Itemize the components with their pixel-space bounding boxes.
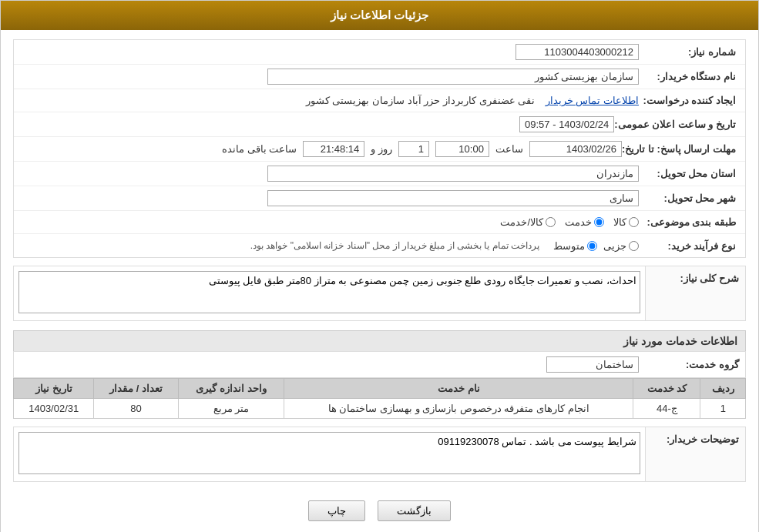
province-value-cell: مازندران (20, 166, 639, 182)
province-label: استان محل تحویل: (639, 168, 739, 179)
city-value: ساری (267, 190, 639, 206)
buyer-desc-label: توضیحات خریدار: (645, 427, 745, 481)
purchase-type-fields: جزیی متوسط پرداخت تمام یا بخشی از مبلغ خ… (20, 240, 639, 252)
category-label-kala-khedmat: کالا/خدمت (500, 216, 543, 228)
response-deadline-fields: 1403/02/26 ساعت 10:00 1 روز و 21:48:14 س… (20, 141, 622, 157)
need-number-label: شماره نیاز: (639, 46, 739, 58)
button-bar: بازگشت چاپ (13, 490, 746, 532)
cell-service-code: ج-44 (633, 399, 700, 419)
cell-unit: متر مربع (178, 399, 284, 419)
org-name-value-cell: سازمان بهزیستی کشور (20, 69, 639, 85)
creator-row: ایجاد کننده درخواست: اطلاعات تماس خریدار… (14, 89, 745, 112)
buyer-desc-textarea[interactable]: شرایط پیوست می باشد . تماس 09119230078 (18, 432, 640, 474)
category-option-khedmat: خدمت (565, 216, 604, 228)
response-days: 1 (398, 141, 429, 157)
response-remaining-label: ساعت باقی مانده (222, 143, 297, 155)
org-name-row: نام دستگاه خریدار: سازمان بهزیستی کشور (14, 65, 745, 89)
back-button[interactable]: بازگشت (378, 500, 451, 521)
category-row: طبقه بندی موضوعی: کالا خدمت (14, 211, 745, 234)
category-label: طبقه بندی موضوعی: (639, 216, 739, 228)
category-radio-khedmat[interactable] (594, 217, 604, 227)
services-table: ردیف کد خدمت نام خدمت واحد اندازه گیری ت… (13, 378, 746, 419)
response-date: 1403/02/26 (529, 141, 622, 157)
col-date: تاریخ نیاز (14, 379, 94, 399)
response-time: 10:00 (435, 141, 489, 157)
response-time-label: ساعت (495, 143, 523, 155)
category-label-khedmat: خدمت (565, 216, 592, 228)
response-remaining: 21:48:14 (303, 141, 364, 157)
need-description-content: احداث، نصب و تعمیرات جایگاه رودی طلع جنو… (14, 266, 645, 320)
category-option-kala-khedmat: کالا/خدمت (500, 216, 556, 228)
cell-quantity: 80 (94, 399, 178, 419)
announcement-value: 1403/02/24 - 09:57 (519, 116, 614, 132)
services-section-title: اطلاعات خدمات مورد نیاز (13, 330, 746, 351)
creator-value: نقی عضنفری کاربرداز حزر آباد سازمان بهزی… (306, 95, 535, 106)
org-name-value: سازمان بهزیستی کشور (267, 69, 639, 85)
city-label: شهر محل تحویل: (639, 192, 739, 204)
creator-link[interactable]: اطلاعات تماس خریدار (546, 95, 639, 106)
org-name-label: نام دستگاه خریدار: (639, 71, 739, 82)
print-button[interactable]: چاپ (308, 500, 365, 521)
purchase-type-value-cell: جزیی متوسط پرداخت تمام یا بخشی از مبلغ خ… (20, 240, 639, 252)
need-description-label: شرح کلی نیاز: (645, 266, 745, 320)
col-unit: واحد اندازه گیری (178, 379, 284, 399)
need-number-value: 1103004403000212 (516, 44, 639, 60)
creator-value-cell: اطلاعات تماس خریدار نقی عضنفری کاربرداز … (20, 95, 639, 106)
cell-service-name: انجام کارهای متفرقه درخصوص بازسازی و بهس… (284, 399, 633, 419)
page-wrapper: جزئیات اطلاعات نیاز شماره نیاز: 11030044… (0, 0, 759, 532)
need-description-section: شرح کلی نیاز: احداث، نصب و تعمیرات جایگا… (13, 266, 746, 321)
category-label-kala: کالا (613, 216, 626, 228)
service-group-label: گروه خدمت: (645, 354, 745, 375)
city-row: شهر محل تحویل: ساری (14, 186, 745, 211)
response-deadline-row: مهلت ارسال پاسخ: تا تاریخ: 1403/02/26 سا… (14, 137, 745, 162)
main-info-section: شماره نیاز: 1103004403000212 نام دستگاه … (13, 39, 746, 258)
purchase-label-jozei: جزیی (603, 240, 626, 252)
announcement-label: تاریخ و ساعت اعلان عمومی: (614, 119, 739, 130)
province-value: مازندران (267, 166, 639, 182)
need-number-row: شماره نیاز: 1103004403000212 (14, 40, 745, 65)
purchase-option-motavasset: متوسط (553, 240, 597, 252)
table-header-row: ردیف کد خدمت نام خدمت واحد اندازه گیری ت… (14, 379, 746, 399)
purchase-option-jozei: جزیی (603, 240, 639, 252)
purchase-label-motavasset: متوسط (553, 240, 585, 252)
response-days-label: روز و (371, 143, 392, 155)
service-group-row: گروه خدمت: ساختمان (13, 351, 746, 378)
city-value-cell: ساری (20, 190, 639, 206)
response-deadline-label: مهلت ارسال پاسخ: تا تاریخ: (622, 143, 739, 155)
category-radio-group: کالا خدمت کالا/خدمت (20, 216, 639, 228)
buyer-desc-content: شرایط پیوست می باشد . تماس 09119230078 (14, 427, 645, 481)
page-title: جزئیات اطلاعات نیاز (331, 8, 428, 22)
creator-label: ایجاد کننده درخواست: (639, 95, 739, 106)
need-number-value-cell: 1103004403000212 (20, 44, 639, 60)
col-service-name: نام خدمت (284, 379, 633, 399)
page-header: جزئیات اطلاعات نیاز (1, 1, 758, 30)
cell-date: 1403/02/31 (14, 399, 94, 419)
category-option-kala: کالا (613, 216, 639, 228)
response-deadline-value-cell: 1403/02/26 ساعت 10:00 1 روز و 21:48:14 س… (20, 141, 622, 157)
cell-row-num: 1 (700, 399, 746, 419)
province-row: استان محل تحویل: مازندران (14, 162, 745, 186)
table-row: 1 ج-44 انجام کارهای متفرقه درخصوص بازساز… (14, 399, 746, 419)
service-group-input: ساختمان (546, 356, 639, 373)
announcement-row: تاریخ و ساعت اعلان عمومی: 1403/02/24 - 0… (14, 112, 745, 137)
content-area: شماره نیاز: 1103004403000212 نام دستگاه … (1, 30, 758, 532)
category-radio-kala-khedmat[interactable] (546, 217, 556, 227)
col-row-num: ردیف (700, 379, 746, 399)
purchase-type-row: نوع فرآیند خرید: جزیی متوسط پرداخت تمام … (14, 234, 745, 257)
category-radio-kala[interactable] (629, 217, 639, 227)
need-description-textarea[interactable]: احداث، نصب و تعمیرات جایگاه رودی طلع جنو… (18, 271, 640, 313)
service-group-value: ساختمان (14, 352, 645, 377)
purchase-radio-jozei[interactable] (629, 241, 639, 251)
purchase-type-label: نوع فرآیند خرید: (639, 240, 739, 252)
category-value-cell: کالا خدمت کالا/خدمت (20, 216, 639, 228)
purchase-note: پرداخت تمام یا بخشی از مبلغ خریدار از مح… (250, 240, 539, 251)
purchase-radio-motavasset[interactable] (587, 241, 597, 251)
announcement-value-cell: 1403/02/24 - 09:57 (20, 116, 614, 132)
col-quantity: تعداد / مقدار (94, 379, 178, 399)
col-service-code: کد خدمت (633, 379, 700, 399)
buyer-desc-section: توضیحات خریدار: شرایط پیوست می باشد . تم… (13, 427, 746, 482)
